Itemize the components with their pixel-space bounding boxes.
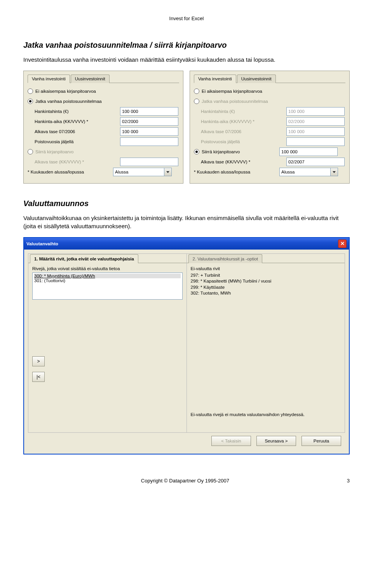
- radio-transfer-label: Siirrä kirjanpitoarvo: [35, 149, 73, 154]
- chevron-down-icon[interactable]: [164, 168, 172, 176]
- radio-no-prev[interactable]: [28, 88, 33, 94]
- list-item: 302: Tuotanto, MWh: [191, 290, 341, 297]
- page-number: 3: [347, 478, 350, 484]
- section2-paragraph: Valuutanvaihtoikkunaa on yksinkertaistet…: [23, 214, 350, 230]
- label-opening: Alkava tase 07/2006: [28, 129, 120, 134]
- chevron-down-icon[interactable]: [330, 168, 338, 176]
- section2-heading: Valuuttamuunnos: [23, 199, 350, 208]
- old-investment-panel-a: Vanha investointi Uusinvestoinnit Ei aik…: [23, 71, 183, 184]
- old-investment-panel-b: Vanha investointi Uusinvestoinnit Ei aik…: [190, 71, 350, 184]
- input-opening2[interactable]: 02/2007: [286, 158, 345, 166]
- right-list-caption: Ei-valuutta rivit: [191, 266, 341, 271]
- label-time: Hankinta-aika (KK/VVVV) *: [28, 119, 120, 124]
- input-opening[interactable]: 100 000: [120, 127, 178, 136]
- input-time[interactable]: 02/2000: [120, 117, 178, 126]
- tab-new-investments[interactable]: Uusinvestoinnit: [71, 75, 110, 83]
- label-time: Hankinta-aika (KK/VVVV) *: [194, 119, 286, 124]
- radio-transfer-label: Siirrä kirjanpitoarvo: [202, 149, 240, 154]
- move-left-button[interactable]: |<: [32, 372, 45, 382]
- list-item: 298: * Kapasiteetti (MWh) Turbiini / vuo…: [191, 278, 341, 284]
- tab-new-investments[interactable]: Uusinvestoinnit: [237, 75, 276, 83]
- close-icon[interactable]: ✕: [338, 239, 347, 248]
- label-opening2: Alkava tase (KK/VVVV) *: [194, 160, 286, 164]
- input-opening: 100 000: [286, 127, 345, 136]
- radio-continue[interactable]: [28, 99, 33, 104]
- dialog-tab-step1[interactable]: 1. Määritä rivit, jotka eivät ole valuut…: [30, 254, 138, 263]
- radio-no-prev[interactable]: [194, 88, 199, 94]
- radio-no-prev-label: Ei aikaisempaa kirjanpitoarvoa: [202, 89, 262, 94]
- month-combo-value: Alussa: [113, 168, 164, 176]
- list-item[interactable]: 300: * Myyntihinta (Euro)/MWh: [34, 274, 181, 278]
- note-month: * Kuukauden alussa/lopussa: [28, 170, 113, 174]
- dialog-title: Valuutanvaihto: [26, 241, 58, 246]
- section1-heading: Jatka vanhaa poistosuunnitelmaa / siirrä…: [23, 41, 350, 50]
- label-years: Poistovuosia jäljellä: [194, 139, 286, 144]
- input-years: [286, 137, 345, 146]
- right-list: 297: + Turbiinit 298: * Kapasiteetti (MW…: [191, 272, 341, 297]
- page-header: Invest for Excel: [23, 16, 350, 21]
- label-years: Poistovuosia jäljellä: [28, 139, 120, 144]
- radio-no-prev-label: Ei aikaisempaa kirjanpitoarvoa: [35, 89, 96, 94]
- month-combo[interactable]: Alussa: [279, 168, 338, 176]
- radio-transfer[interactable]: [28, 149, 33, 154]
- radio-continue-label: Jatka vanhaa poistosuunnitelmaa: [35, 99, 102, 104]
- radio-continue-label: Jatka vanhaa poistosuunnitelmaa: [202, 99, 268, 104]
- cancel-button[interactable]: Peruuta: [302, 436, 341, 446]
- input-cost: 100 000: [286, 107, 345, 116]
- input-cost[interactable]: 100 000: [120, 107, 178, 116]
- currency-dialog: Valuutanvaihto ✕ 1. Määritä rivit, jotka…: [23, 237, 350, 454]
- month-combo[interactable]: Alussa: [113, 168, 172, 176]
- next-button[interactable]: Seuraava >: [256, 436, 296, 446]
- dialog-bottom-note: Ei-valuutta rivejä ei muuteta valuutanva…: [191, 412, 341, 417]
- list-item: 297: + Turbiinit: [191, 272, 341, 279]
- label-opening: Alkava tase 07/2006: [194, 129, 286, 134]
- back-button: < Takaisin: [211, 436, 251, 446]
- label-cost: Hankintahinta (€): [194, 109, 286, 114]
- section1-paragraph: Investointitaulussa vanha investointi vo…: [23, 56, 350, 64]
- radio-transfer[interactable]: [194, 149, 199, 154]
- list-item[interactable]: 301: (Tuottorivi): [34, 278, 181, 283]
- footer-copyright: Copyright © Datapartner Oy 1995-2007: [141, 478, 229, 484]
- label-opening2: Alkava tase (KK/VVVV) *: [28, 160, 120, 164]
- left-listbox[interactable]: 300: * Myyntihinta (Euro)/MWh 301: (Tuot…: [32, 272, 183, 300]
- list-item: 299: * Käyttöaste: [191, 284, 341, 291]
- month-combo-value: Alussa: [279, 168, 330, 176]
- radio-continue[interactable]: [194, 99, 199, 104]
- tab-old-investment[interactable]: Vanha investointi: [194, 75, 236, 83]
- input-opening2: [120, 158, 178, 166]
- dialog-tab-step2[interactable]: 2. Valuutanvaihtokurssit ja -optiot: [188, 254, 263, 263]
- left-list-caption: Rivejä, jotka voivat sisältää ei-valuutt…: [32, 266, 183, 271]
- note-month: * Kuukauden alussa/lopussa: [194, 170, 279, 174]
- input-years[interactable]: [120, 137, 178, 146]
- input-time: 02/2000: [286, 117, 345, 126]
- input-transfer-amt[interactable]: 100 000: [279, 147, 338, 156]
- label-cost: Hankintahinta (€): [28, 109, 120, 114]
- tab-old-investment[interactable]: Vanha investointi: [28, 75, 70, 83]
- move-right-button[interactable]: >: [32, 356, 45, 366]
